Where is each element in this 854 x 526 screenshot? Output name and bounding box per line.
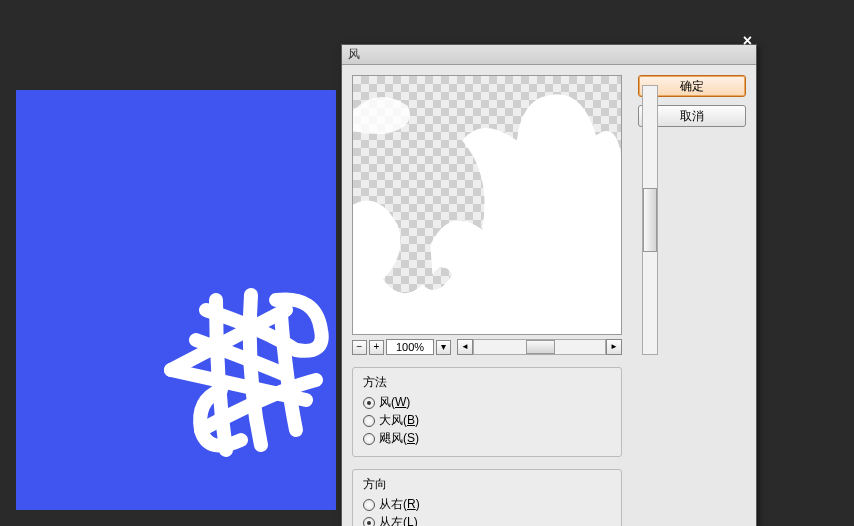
direction-option-left[interactable]: 从左(L) — [363, 514, 611, 526]
radio-icon — [363, 415, 375, 427]
dialog-titlebar[interactable]: 风 — [342, 45, 756, 65]
direction-label: 方向 — [363, 476, 611, 493]
dialog-title: 风 — [348, 46, 360, 63]
method-group: 方法 风(W) 大风(B) 飓风(S) — [352, 367, 622, 457]
preview-vscroll[interactable] — [642, 85, 658, 355]
method-option-wind[interactable]: 风(W) — [363, 394, 611, 411]
method-option-blast[interactable]: 大风(B) — [363, 412, 611, 429]
wind-dialog: × 风 − + — [341, 44, 757, 526]
canvas-artwork — [146, 240, 336, 480]
method-option-stagger[interactable]: 飓风(S) — [363, 430, 611, 447]
vscroll-thumb[interactable] — [643, 188, 657, 252]
zoom-out-button[interactable]: − — [352, 340, 367, 355]
zoom-in-button[interactable]: + — [369, 340, 384, 355]
hscroll-left-icon[interactable]: ◄ — [457, 339, 473, 355]
hscroll-right-icon[interactable]: ► — [606, 339, 622, 355]
vscroll-track[interactable] — [642, 85, 658, 355]
option-label: 风(W) — [379, 394, 410, 411]
zoom-dropdown-icon[interactable]: ▾ — [436, 340, 451, 355]
direction-group: 方向 从右(R) 从左(L) — [352, 469, 622, 526]
radio-icon — [363, 499, 375, 511]
preview-content — [353, 76, 621, 334]
radio-icon — [363, 517, 375, 527]
hscroll-track[interactable] — [473, 339, 606, 355]
radio-icon — [363, 433, 375, 445]
hscroll-thumb[interactable] — [526, 340, 555, 354]
radio-icon — [363, 397, 375, 409]
option-label: 从左(L) — [379, 514, 418, 526]
direction-option-right[interactable]: 从右(R) — [363, 496, 611, 513]
canvas-area[interactable] — [16, 90, 336, 510]
zoom-value[interactable]: 100% — [386, 339, 434, 355]
option-label: 从右(R) — [379, 496, 420, 513]
preview-hscroll[interactable]: ◄ ► — [457, 339, 622, 355]
method-label: 方法 — [363, 374, 611, 391]
preview-box[interactable] — [352, 75, 622, 335]
option-label: 大风(B) — [379, 412, 419, 429]
option-label: 飓风(S) — [379, 430, 419, 447]
